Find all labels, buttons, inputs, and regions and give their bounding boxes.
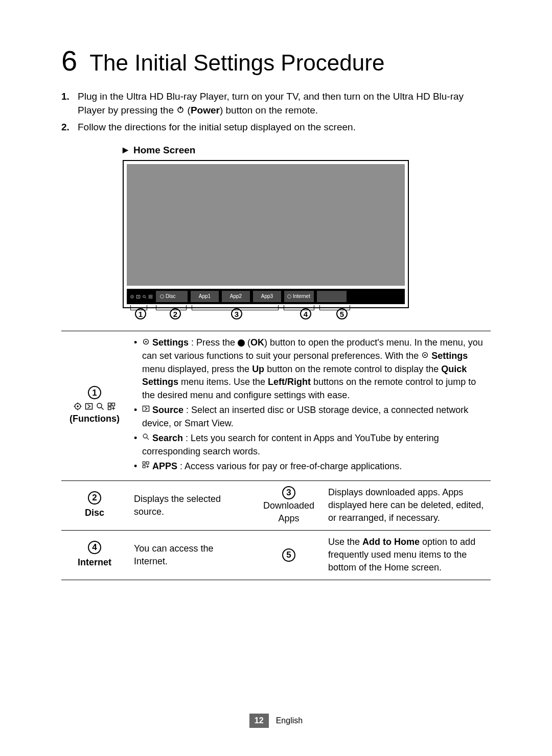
cell-downloaded-desc: Displays downloaded apps. Apps displayed…	[322, 480, 491, 530]
tile-disc: Disc	[156, 291, 188, 302]
cell-5-desc: Use the Add to Home option to add freque…	[322, 530, 491, 580]
screen-frame: Disc App1 App2 App3 Internet	[123, 160, 409, 308]
cell-functions-desc: Settings : Press the (OK) button to open…	[128, 331, 491, 480]
svg-point-12	[77, 406, 79, 408]
cell-internet-desc: You can access the Internet.	[128, 530, 256, 580]
svg-rect-34	[143, 466, 145, 468]
page-number: 12	[249, 714, 269, 728]
svg-rect-20	[108, 403, 111, 406]
gear-icon	[142, 336, 150, 349]
apps-icon	[142, 460, 150, 472]
source-icon	[136, 294, 141, 299]
chapter-title: The Initial Settings Procedure	[89, 47, 384, 79]
circle-4: 4	[88, 541, 101, 554]
table-row: 1 (Functions) Settings : Press the (OK) …	[61, 331, 491, 480]
svg-point-28	[424, 354, 426, 356]
bullet-search: Search : Lets you search for content in …	[134, 432, 485, 458]
svg-point-26	[145, 341, 147, 342]
svg-rect-4	[136, 295, 140, 299]
functions-icons-group	[130, 294, 153, 299]
svg-line-6	[145, 297, 146, 299]
power-icon	[176, 104, 185, 118]
tile-app3: App3	[253, 291, 281, 302]
step-1: 1. Plug in the Ultra HD Blu-ray Player, …	[61, 90, 491, 118]
svg-rect-29	[143, 406, 149, 411]
svg-rect-17	[86, 404, 93, 409]
page-footer: 12 English	[0, 714, 552, 728]
disc-icon	[160, 294, 164, 299]
screen-launcher-bar: Disc App1 App2 App3 Internet	[127, 289, 405, 304]
cell-disc-label: 2 Disc	[61, 480, 128, 530]
globe-icon	[287, 294, 291, 299]
screen-content-area	[127, 164, 405, 286]
search-icon	[142, 431, 150, 444]
svg-rect-7	[149, 295, 150, 296]
tile-app2: App2	[222, 291, 250, 302]
source-icon	[85, 402, 93, 410]
tile-app1: App1	[191, 291, 219, 302]
svg-rect-33	[146, 462, 149, 465]
svg-point-5	[143, 295, 146, 298]
table-row: 2 Disc Displays the selected source. 3 D…	[61, 480, 491, 530]
steps-list: 1. Plug in the Ultra HD Blu-ray Player, …	[61, 90, 491, 134]
tile-internet: Internet	[284, 291, 314, 302]
svg-rect-8	[151, 295, 152, 296]
source-icon	[142, 403, 150, 416]
table-row: 4 Internet You can access the Internet. …	[61, 530, 491, 580]
cell-internet-label: 4 Internet	[61, 530, 128, 580]
page-language: English	[276, 715, 303, 726]
step-2-text: Follow the directions for the initial se…	[78, 121, 356, 134]
ok-dot-icon	[238, 339, 245, 347]
chapter-header: 6 The Initial Settings Procedure	[61, 41, 491, 81]
search-icon	[142, 294, 147, 299]
gear-icon	[421, 350, 429, 362]
svg-rect-22	[108, 407, 111, 410]
svg-point-30	[143, 434, 147, 439]
cell-5-label: 5	[256, 530, 322, 580]
step-number: 1.	[61, 90, 73, 118]
bullet-source: Source : Select an inserted disc or USB …	[134, 404, 485, 430]
circle-2: 2	[88, 491, 101, 505]
functions-icons-row	[67, 402, 122, 410]
svg-rect-10	[151, 297, 152, 299]
home-screen-heading: ▶ Home Screen	[123, 144, 491, 157]
step-2: 2. Follow the directions for the initial…	[61, 121, 491, 134]
svg-line-19	[101, 407, 104, 410]
apps-icon	[148, 294, 153, 299]
search-icon	[96, 402, 104, 410]
apps-icon	[107, 402, 116, 410]
step-1-text: Plug in the Ultra HD Blu-ray Player, tur…	[78, 90, 491, 118]
bullet-apps: APPS : Access various for pay or free-of…	[134, 460, 485, 473]
description-table: 1 (Functions) Settings : Press the (OK) …	[61, 331, 491, 580]
bullet-settings: Settings : Press the (OK) button to open…	[134, 336, 485, 401]
circle-3: 3	[282, 486, 295, 499]
cell-functions-label: 1 (Functions)	[61, 331, 128, 480]
cell-downloaded-label: 3 DownloadedApps	[256, 480, 322, 530]
callout-row: 1 2 3 4 5	[123, 307, 409, 319]
cell-disc-desc: Displays the selected source.	[128, 480, 256, 530]
gear-icon	[74, 402, 82, 410]
tile-blank	[317, 291, 347, 302]
svg-rect-21	[112, 403, 115, 406]
circle-5: 5	[282, 548, 295, 562]
svg-line-31	[147, 438, 149, 440]
triangle-icon: ▶	[123, 145, 128, 155]
svg-point-3	[132, 296, 133, 297]
gear-icon	[130, 294, 134, 299]
step-number: 2.	[61, 121, 73, 134]
svg-rect-9	[149, 297, 150, 299]
chapter-number: 6	[61, 41, 77, 81]
home-screen-figure: Disc App1 App2 App3 Internet 1 2 3 4 5	[123, 160, 409, 319]
circle-1: 1	[88, 386, 101, 399]
svg-point-18	[97, 403, 102, 408]
svg-rect-32	[143, 462, 145, 465]
